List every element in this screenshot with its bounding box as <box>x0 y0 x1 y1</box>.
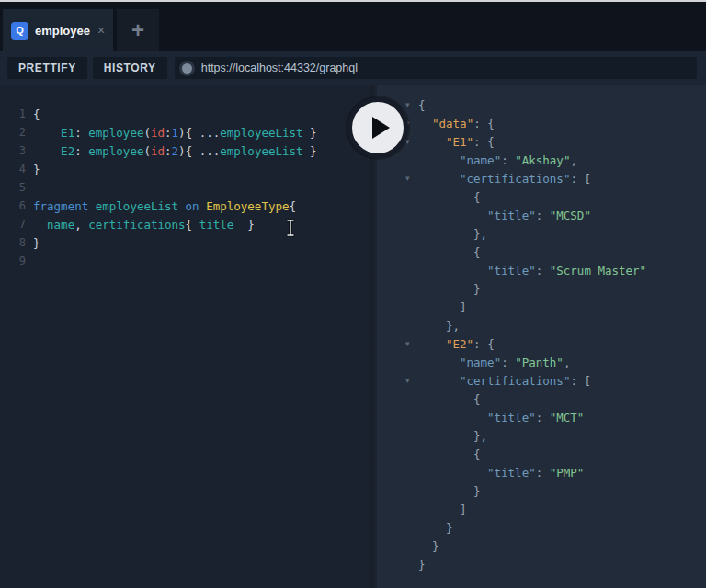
code-token: : <box>536 264 550 277</box>
code-token: "Akshay" <box>515 153 570 167</box>
line-number: 1 <box>0 107 26 120</box>
response-line: } <box>377 518 706 537</box>
response-line-content: { <box>418 392 481 406</box>
fold-arrow-icon[interactable]: ▾ <box>405 100 410 109</box>
response-line-content: "title": "Scrum Master" <box>418 264 646 277</box>
text-cursor-icon <box>285 219 296 237</box>
plus-icon: + <box>131 19 144 41</box>
code-token: { <box>33 107 40 121</box>
code-token: id <box>151 126 165 140</box>
response-line: "title": "Scrum Master" <box>377 261 706 279</box>
code-token: "PMP" <box>550 466 585 480</box>
endpoint-url-bar[interactable]: https://localhost:44332/graphql <box>175 57 697 79</box>
prettify-button[interactable]: PRETTIFY <box>7 57 87 79</box>
execute-query-button[interactable] <box>347 97 408 158</box>
response-line: ▾"certifications": [ <box>377 169 706 187</box>
response-line: ▾"E1": { <box>377 132 706 151</box>
response-line-content: { <box>418 98 426 112</box>
code-token: , <box>570 153 577 167</box>
code-line-content: } <box>33 163 40 176</box>
response-line-content: "title": "MCSD" <box>418 209 591 222</box>
endpoint-status-icon <box>182 63 192 74</box>
query-editor[interactable]: 1{2 E1: employee(id:1){ ...employeeList … <box>0 85 370 588</box>
code-token: } <box>233 218 255 232</box>
code-line: 4} <box>0 160 370 178</box>
graphql-playground-window: Q employee × + PRETTIFY HISTORY https://… <box>0 0 706 588</box>
code-token <box>33 218 47 232</box>
response-line-content: "name": "Akshay", <box>418 153 577 167</box>
response-line: { <box>377 390 706 408</box>
response-line-content: } <box>418 282 481 296</box>
code-token: : <box>501 356 515 369</box>
query-editor-lines: 1{2 E1: employee(id:1){ ...employeeList … <box>0 105 370 270</box>
fold-arrow-icon[interactable]: ▾ <box>405 376 410 385</box>
code-line-content: E2: employee(id:2){ ...employeeList } <box>33 144 317 158</box>
tab-label: employee <box>35 24 90 38</box>
line-number: 3 <box>0 144 26 157</box>
code-token: "title" <box>487 411 536 424</box>
response-line-content: { <box>418 245 481 259</box>
close-tab-icon[interactable]: × <box>97 24 105 37</box>
endpoint-url-text: https://localhost:44332/graphql <box>201 62 358 74</box>
response-line-content: } <box>418 558 426 571</box>
code-line: 3 E2: employee(id:2){ ...employeeList } <box>0 141 370 160</box>
code-token: { <box>186 218 199 232</box>
code-token: "title" <box>487 466 536 480</box>
code-token: employeeList <box>220 144 302 158</box>
code-token: : [ <box>570 374 591 388</box>
line-number: 6 <box>0 199 26 212</box>
code-token: { <box>473 447 481 461</box>
response-line-content: "title": "MCT" <box>418 411 584 424</box>
new-tab-button[interactable]: + <box>117 9 159 51</box>
response-line-content: { <box>418 447 481 461</box>
code-token: } <box>473 484 481 498</box>
code-token <box>33 144 61 158</box>
code-token: "certifications" <box>460 374 570 388</box>
response-line-content: ] <box>418 503 467 516</box>
history-button[interactable]: HISTORY <box>93 57 167 79</box>
code-token: "title" <box>487 264 536 277</box>
fold-arrow-icon[interactable]: ▾ <box>405 174 410 183</box>
code-token: : { <box>473 117 495 130</box>
play-icon <box>372 117 390 139</box>
code-token: }, <box>473 429 487 443</box>
code-token: { <box>473 245 481 259</box>
response-line: } <box>377 537 706 555</box>
line-number: 7 <box>0 218 26 231</box>
response-line: } <box>377 481 706 500</box>
response-line-content: } <box>418 484 481 498</box>
code-token: "Panth" <box>515 356 564 369</box>
code-token: : <box>165 126 172 140</box>
fold-arrow-icon[interactable]: ▾ <box>405 339 410 348</box>
code-token: : <box>74 144 88 158</box>
code-token: } <box>473 282 481 296</box>
code-token: ] <box>460 300 467 314</box>
tab-bar: Q employee × + <box>0 2 706 51</box>
code-line: 5 <box>0 178 370 197</box>
response-line: ] <box>377 298 706 316</box>
code-token: }, <box>446 319 460 333</box>
code-token: ... <box>199 144 221 158</box>
code-token: employee <box>88 126 143 140</box>
code-token: } <box>303 126 317 140</box>
code-token: "name" <box>460 356 501 369</box>
response-line-content: "name": "Panth", <box>418 356 570 369</box>
response-line-content: "data": { <box>418 117 495 130</box>
response-line: ▾"certifications": [ <box>377 371 706 390</box>
code-token: { <box>473 190 481 204</box>
response-line-content: "E2": { <box>418 337 495 351</box>
line-number: 8 <box>0 236 26 249</box>
code-token: ( <box>143 126 151 140</box>
response-line: "title": "MCT" <box>377 408 706 426</box>
toolbar: PRETTIFY HISTORY https://localhost:44332… <box>0 51 706 85</box>
response-line: }, <box>377 316 706 334</box>
code-line: 7 name, certifications{ title } <box>0 215 370 233</box>
code-token: : <box>165 144 172 158</box>
code-token: } <box>33 236 40 250</box>
code-token: } <box>418 558 426 571</box>
pane-divider[interactable] <box>370 85 377 588</box>
response-line: "name": "Akshay", <box>377 151 706 169</box>
tab-employee[interactable]: Q employee × <box>3 9 113 51</box>
code-token: : [ <box>570 172 591 186</box>
code-token: }, <box>473 227 487 241</box>
